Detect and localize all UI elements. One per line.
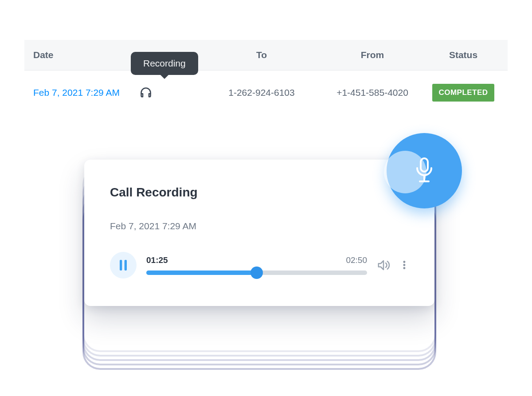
card-title: Call Recording [110,185,409,200]
calls-table: Date Recording To From Status Feb 7, 202… [24,40,508,115]
seek-fill [146,271,257,275]
total-time: 02:50 [346,255,367,265]
table-header-row: Date Recording To From Status [24,40,508,71]
seek-knob[interactable] [250,267,263,279]
cell-date[interactable]: Feb 7, 2021 7:29 AM [33,87,140,98]
table-row[interactable]: Feb 7, 2021 7:29 AM 1-262-924-6103 +1-45… [24,71,508,115]
cell-to: 1-262-924-6103 [206,87,317,98]
more-menu-icon[interactable]: ••• [400,261,409,270]
recording-tooltip: Recording [131,52,198,75]
microphone-icon [414,157,435,184]
time-row: 01:25 02:50 [146,255,367,265]
microphone-fab[interactable] [387,133,462,208]
col-header-to: To [206,50,317,60]
call-recording-card: Call Recording Feb 7, 2021 7:29 AM 01:25… [84,160,434,306]
call-recording-card-wrap: Call Recording Feb 7, 2021 7:29 AM 01:25… [84,160,434,306]
volume-icon[interactable] [377,259,390,272]
status-badge: COMPLETED [432,84,494,102]
col-header-from: From [317,50,428,60]
progress-column: 01:25 02:50 [146,255,367,275]
svg-rect-4 [125,260,127,271]
cell-status: COMPLETED [428,84,499,102]
svg-rect-0 [421,158,428,172]
cell-from: +1-451-585-4020 [317,87,428,98]
pause-button[interactable] [110,252,137,278]
seek-track[interactable] [146,271,367,275]
audio-player: 01:25 02:50 ••• [110,252,409,278]
svg-marker-5 [379,261,383,270]
pause-icon [119,260,128,271]
headphones-icon[interactable] [140,86,206,99]
elapsed-time: 01:25 [146,255,168,265]
svg-rect-3 [120,260,122,271]
col-header-date: Date [33,50,140,60]
col-header-status: Status [428,50,499,60]
card-subtitle: Feb 7, 2021 7:29 AM [110,221,409,231]
